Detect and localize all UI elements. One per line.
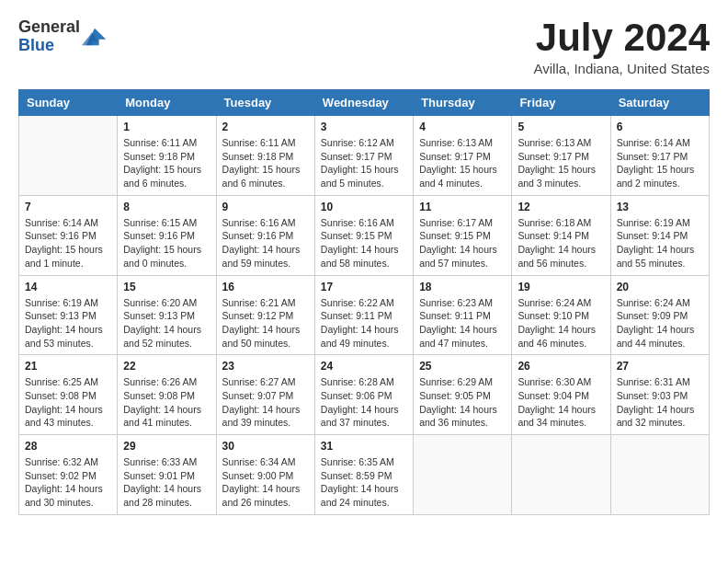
calendar-cell: 25 Sunrise: 6:29 AMSunset: 9:05 PMDaylig… [414, 355, 512, 435]
calendar-cell: 31 Sunrise: 6:35 AMSunset: 8:59 PMDaylig… [314, 435, 413, 515]
day-info: Sunrise: 6:24 AMSunset: 9:10 PMDaylight:… [518, 296, 604, 350]
header-thursday: Thursday [414, 90, 512, 116]
day-info: Sunrise: 6:25 AMSunset: 9:08 PMDaylight:… [25, 375, 111, 430]
calendar-cell: 4 Sunrise: 6:13 AMSunset: 9:17 PMDayligh… [414, 116, 512, 196]
day-number: 1 [123, 121, 210, 133]
calendar-week-row: 7 Sunrise: 6:14 AMSunset: 9:16 PMDayligh… [19, 195, 710, 275]
day-info: Sunrise: 6:27 AMSunset: 9:07 PMDaylight:… [222, 375, 309, 430]
calendar-cell: 8 Sunrise: 6:15 AMSunset: 9:16 PMDayligh… [118, 195, 216, 275]
day-info: Sunrise: 6:21 AMSunset: 9:12 PMDaylight:… [222, 296, 309, 350]
calendar-cell: 29 Sunrise: 6:33 AMSunset: 9:01 PMDaylig… [118, 435, 216, 515]
day-info: Sunrise: 6:14 AMSunset: 9:16 PMDaylight:… [25, 216, 111, 270]
day-info: Sunrise: 6:17 AMSunset: 9:15 PMDaylight:… [419, 216, 506, 270]
month-title: July 2024 [533, 18, 710, 57]
calendar-week-row: 1 Sunrise: 6:11 AMSunset: 9:18 PMDayligh… [19, 116, 710, 196]
day-info: Sunrise: 6:32 AMSunset: 9:02 PMDaylight:… [25, 455, 111, 510]
calendar-cell: 3 Sunrise: 6:12 AMSunset: 9:17 PMDayligh… [314, 116, 413, 196]
calendar-cell: 7 Sunrise: 6:14 AMSunset: 9:16 PMDayligh… [19, 195, 118, 275]
day-number: 30 [222, 440, 309, 453]
day-number: 7 [25, 201, 111, 213]
day-info: Sunrise: 6:19 AMSunset: 9:13 PMDaylight:… [25, 296, 111, 350]
page-header: General Blue July 2024 Avilla, Indiana, … [18, 18, 710, 76]
calendar-cell: 18 Sunrise: 6:23 AMSunset: 9:11 PMDaylig… [414, 275, 512, 355]
day-number: 31 [321, 440, 407, 453]
day-info: Sunrise: 6:13 AMSunset: 9:17 PMDaylight:… [518, 136, 604, 190]
day-number: 16 [222, 281, 309, 293]
day-number: 19 [518, 281, 604, 293]
day-number: 6 [617, 121, 703, 133]
day-number: 12 [518, 201, 604, 213]
calendar-cell: 23 Sunrise: 6:27 AMSunset: 9:07 PMDaylig… [216, 355, 314, 435]
day-info: Sunrise: 6:28 AMSunset: 9:06 PMDaylight:… [321, 375, 407, 430]
calendar-cell: 26 Sunrise: 6:30 AMSunset: 9:04 PMDaylig… [512, 355, 610, 435]
calendar-cell: 10 Sunrise: 6:16 AMSunset: 9:15 PMDaylig… [314, 195, 413, 275]
day-info: Sunrise: 6:12 AMSunset: 9:17 PMDaylight:… [321, 136, 407, 190]
day-number: 21 [25, 360, 111, 373]
calendar-cell [414, 435, 512, 515]
calendar-cell [512, 435, 610, 515]
day-number: 24 [321, 360, 407, 373]
calendar-cell: 2 Sunrise: 6:11 AMSunset: 9:18 PMDayligh… [216, 116, 314, 196]
day-info: Sunrise: 6:19 AMSunset: 9:14 PMDaylight:… [617, 216, 703, 270]
calendar-cell: 27 Sunrise: 6:31 AMSunset: 9:03 PMDaylig… [610, 355, 709, 435]
calendar-week-row: 14 Sunrise: 6:19 AMSunset: 9:13 PMDaylig… [19, 275, 710, 355]
day-info: Sunrise: 6:16 AMSunset: 9:15 PMDaylight:… [321, 216, 407, 270]
day-info: Sunrise: 6:33 AMSunset: 9:01 PMDaylight:… [123, 455, 210, 510]
calendar-cell: 9 Sunrise: 6:16 AMSunset: 9:16 PMDayligh… [216, 195, 314, 275]
calendar-cell: 15 Sunrise: 6:20 AMSunset: 9:13 PMDaylig… [118, 275, 216, 355]
calendar-cell: 16 Sunrise: 6:21 AMSunset: 9:12 PMDaylig… [216, 275, 314, 355]
calendar-header-row: SundayMondayTuesdayWednesdayThursdayFrid… [19, 90, 710, 116]
calendar-cell: 17 Sunrise: 6:22 AMSunset: 9:11 PMDaylig… [314, 275, 413, 355]
calendar-cell: 28 Sunrise: 6:32 AMSunset: 9:02 PMDaylig… [19, 435, 118, 515]
day-info: Sunrise: 6:24 AMSunset: 9:09 PMDaylight:… [617, 296, 703, 350]
day-number: 22 [123, 360, 210, 373]
calendar-week-row: 28 Sunrise: 6:32 AMSunset: 9:02 PMDaylig… [19, 435, 710, 515]
calendar-cell: 14 Sunrise: 6:19 AMSunset: 9:13 PMDaylig… [19, 275, 118, 355]
calendar-cell: 6 Sunrise: 6:14 AMSunset: 9:17 PMDayligh… [610, 116, 709, 196]
calendar-cell: 1 Sunrise: 6:11 AMSunset: 9:18 PMDayligh… [118, 116, 216, 196]
day-number: 20 [617, 281, 703, 293]
day-info: Sunrise: 6:22 AMSunset: 9:11 PMDaylight:… [321, 296, 407, 350]
day-number: 23 [222, 360, 309, 373]
logo-icon [82, 24, 108, 50]
day-info: Sunrise: 6:20 AMSunset: 9:13 PMDaylight:… [123, 296, 210, 350]
day-number: 26 [518, 360, 604, 373]
calendar-cell: 5 Sunrise: 6:13 AMSunset: 9:17 PMDayligh… [512, 116, 610, 196]
day-info: Sunrise: 6:16 AMSunset: 9:16 PMDaylight:… [222, 216, 309, 270]
day-number: 2 [222, 121, 309, 133]
day-info: Sunrise: 6:11 AMSunset: 9:18 PMDaylight:… [222, 136, 309, 190]
calendar-cell: 20 Sunrise: 6:24 AMSunset: 9:09 PMDaylig… [610, 275, 709, 355]
day-info: Sunrise: 6:23 AMSunset: 9:11 PMDaylight:… [419, 296, 506, 350]
logo-blue: Blue [18, 36, 54, 54]
day-info: Sunrise: 6:29 AMSunset: 9:05 PMDaylight:… [419, 375, 506, 430]
day-info: Sunrise: 6:35 AMSunset: 8:59 PMDaylight:… [321, 455, 407, 510]
day-number: 8 [123, 201, 210, 213]
calendar-cell: 11 Sunrise: 6:17 AMSunset: 9:15 PMDaylig… [414, 195, 512, 275]
day-info: Sunrise: 6:15 AMSunset: 9:16 PMDaylight:… [123, 216, 210, 270]
day-info: Sunrise: 6:34 AMSunset: 9:00 PMDaylight:… [222, 455, 309, 510]
day-number: 5 [518, 121, 604, 133]
day-number: 13 [617, 201, 703, 213]
day-info: Sunrise: 6:13 AMSunset: 9:17 PMDaylight:… [419, 136, 506, 190]
day-number: 29 [123, 440, 210, 453]
header-wednesday: Wednesday [314, 90, 413, 116]
header-saturday: Saturday [610, 90, 709, 116]
day-info: Sunrise: 6:18 AMSunset: 9:14 PMDaylight:… [518, 216, 604, 270]
day-number: 25 [419, 360, 506, 373]
header-tuesday: Tuesday [216, 90, 314, 116]
day-number: 14 [25, 281, 111, 293]
location: Avilla, Indiana, United States [533, 61, 710, 76]
calendar-cell [610, 435, 709, 515]
calendar-cell: 12 Sunrise: 6:18 AMSunset: 9:14 PMDaylig… [512, 195, 610, 275]
calendar-cell: 21 Sunrise: 6:25 AMSunset: 9:08 PMDaylig… [19, 355, 118, 435]
day-number: 17 [321, 281, 407, 293]
header-monday: Monday [118, 90, 216, 116]
day-number: 28 [25, 440, 111, 453]
calendar-week-row: 21 Sunrise: 6:25 AMSunset: 9:08 PMDaylig… [19, 355, 710, 435]
day-info: Sunrise: 6:14 AMSunset: 9:17 PMDaylight:… [617, 136, 703, 190]
calendar-cell: 22 Sunrise: 6:26 AMSunset: 9:08 PMDaylig… [118, 355, 216, 435]
header-friday: Friday [512, 90, 610, 116]
day-number: 27 [617, 360, 703, 373]
title-block: July 2024 Avilla, Indiana, United States [533, 18, 710, 76]
calendar-cell: 13 Sunrise: 6:19 AMSunset: 9:14 PMDaylig… [610, 195, 709, 275]
